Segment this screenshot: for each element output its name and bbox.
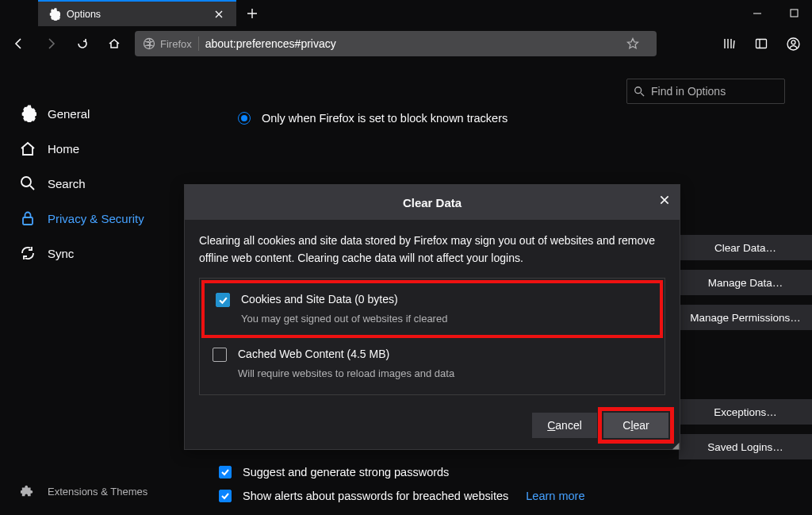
cookies-checkbox-row[interactable]: Cookies and Site Data (0 bytes) You may … <box>203 282 661 336</box>
clear-data-button[interactable]: Clear Data… <box>679 235 812 260</box>
saved-logins-button[interactable]: Saved Logins… <box>679 434 812 459</box>
url-bar[interactable]: Firefox <box>135 31 657 56</box>
sidebar-icon[interactable] <box>747 31 776 56</box>
sidebar-item-search[interactable]: Search <box>0 166 190 201</box>
checkbox[interactable] <box>219 466 232 478</box>
clear-data-dialog: Clear Data Clearing all cookies and site… <box>184 184 680 450</box>
cancel-button[interactable]: Cancel <box>532 413 597 438</box>
resize-grip[interactable]: ◢ <box>672 443 676 448</box>
firefox-icon <box>143 37 155 50</box>
puzzle-icon <box>19 482 36 500</box>
svg-rect-6 <box>23 217 33 225</box>
cache-checkbox-row[interactable]: Cached Web Content (4.5 MB) Will require… <box>200 336 665 391</box>
close-icon[interactable] <box>659 194 670 206</box>
identity-label: Firefox <box>160 38 192 50</box>
svg-rect-0 <box>791 10 798 17</box>
bookmark-star-icon[interactable] <box>626 37 649 50</box>
minimize-button[interactable] <box>739 1 776 26</box>
sidebar-label: Search <box>48 177 86 190</box>
tracker-radio-row[interactable]: Only when Firefox is set to block known … <box>238 112 812 125</box>
sidebar-label: Privacy & Security <box>48 212 144 225</box>
sidebar-label: Home <box>48 142 79 156</box>
titlebar: Options <box>0 0 812 26</box>
manage-permissions-button[interactable]: Manage Permissions… <box>679 305 812 330</box>
find-in-options[interactable]: Find in Options <box>626 79 785 104</box>
gear-icon <box>19 105 36 122</box>
gear-icon <box>48 8 60 21</box>
svg-point-4 <box>791 40 795 44</box>
sidebar-item-general[interactable]: General <box>0 96 190 131</box>
home-icon <box>19 140 36 157</box>
categories-sidebar: General Home Search Privacy & Security S… <box>0 61 190 515</box>
checkbox[interactable] <box>216 293 230 307</box>
search-placeholder: Find in Options <box>651 85 726 98</box>
forward-button[interactable] <box>36 31 65 56</box>
reload-button[interactable] <box>68 31 97 56</box>
dialog-title: Clear Data <box>185 185 680 220</box>
identity-box[interactable]: Firefox <box>143 37 192 50</box>
learn-more-link[interactable]: Learn more <box>526 490 584 502</box>
sidebar-label: Sync <box>48 247 74 260</box>
svg-point-7 <box>635 87 642 94</box>
manage-data-button[interactable]: Manage Data… <box>679 270 812 295</box>
checkbox[interactable] <box>213 348 227 362</box>
clear-button[interactable]: Clear <box>603 413 668 438</box>
urlbar-separator <box>198 37 199 51</box>
svg-rect-2 <box>756 40 767 48</box>
cookies-sublabel: You may get signed out of websites if cl… <box>241 311 447 327</box>
nav-toolbar: Firefox <box>0 26 812 61</box>
home-button[interactable] <box>100 31 128 56</box>
new-tab-button[interactable] <box>241 2 263 25</box>
sidebar-label: General <box>48 107 90 121</box>
cookies-label: Cookies and Site Data (0 bytes) <box>241 291 447 309</box>
breached-alert-checkbox[interactable]: Show alerts about passwords for breached… <box>219 490 584 502</box>
search-icon <box>634 86 645 97</box>
library-icon[interactable] <box>715 31 744 56</box>
back-button[interactable] <box>5 31 33 56</box>
sync-icon <box>19 244 36 262</box>
browser-tab[interactable]: Options <box>38 0 236 26</box>
maximize-button[interactable] <box>776 1 812 26</box>
svg-point-5 <box>21 177 31 186</box>
sidebar-item-privacy[interactable]: Privacy & Security <box>0 201 190 236</box>
sidebar-item-sync[interactable]: Sync <box>0 236 190 271</box>
dialog-intro: Clearing all cookies and site data store… <box>199 233 665 267</box>
close-icon[interactable] <box>211 6 227 22</box>
sidebar-item-home[interactable]: Home <box>0 131 190 166</box>
sidebar-label: Extensions & Themes <box>48 486 147 498</box>
cache-label: Cached Web Content (4.5 MB) <box>238 346 454 363</box>
sidebar-item-extensions[interactable]: Extensions & Themes <box>0 474 167 509</box>
search-icon <box>19 175 36 192</box>
radio-label: Only when Firefox is set to block known … <box>262 112 508 125</box>
radio-button[interactable] <box>238 112 251 125</box>
exceptions-button[interactable]: Exceptions… <box>679 399 812 425</box>
tab-label: Options <box>67 9 205 20</box>
account-icon[interactable] <box>779 31 807 56</box>
checkbox[interactable] <box>219 490 232 502</box>
suggest-passwords-checkbox[interactable]: Suggest and generate strong passwords <box>219 466 584 478</box>
cache-sublabel: Will require websites to reload images a… <box>238 366 454 382</box>
url-input[interactable] <box>205 37 620 50</box>
lock-icon <box>19 209 36 227</box>
window-controls <box>739 1 812 26</box>
dialog-options: Cookies and Site Data (0 bytes) You may … <box>199 278 665 395</box>
